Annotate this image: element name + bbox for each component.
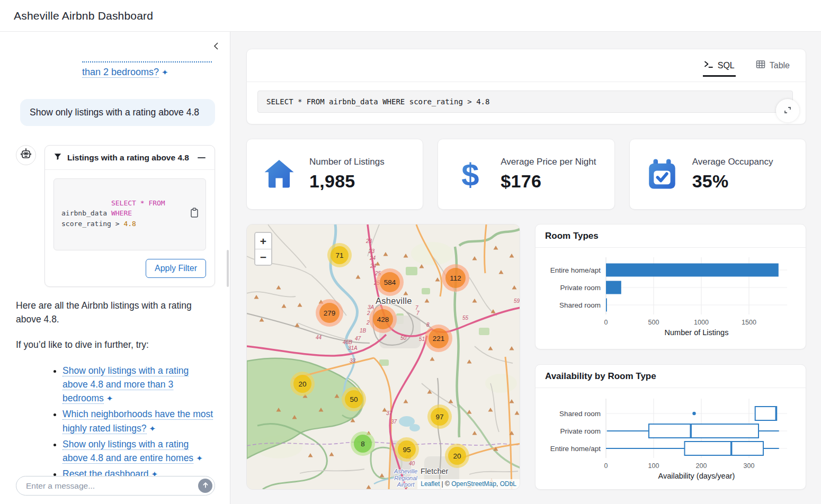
map-cluster-marker[interactable]: 97 — [427, 404, 452, 429]
expand-button[interactable] — [776, 99, 799, 122]
chevron-left-icon — [212, 41, 220, 52]
road-number-label: 40 — [409, 461, 415, 466]
room-types-bar-chart: Entire home/aptPrivate roomShared room05… — [536, 249, 806, 347]
openstreetmap-link[interactable]: OpenStreetMap — [451, 480, 496, 488]
map-cluster-marker[interactable]: 71 — [327, 243, 352, 267]
odbl-link[interactable]: ODbL — [500, 480, 516, 488]
app-header: Asheville Airbnb Dashboard — [0, 0, 821, 32]
road-number-label: 44 — [316, 335, 322, 340]
tab-table[interactable]: Table — [755, 49, 791, 82]
road-number-label: 1B — [360, 328, 367, 334]
road-number-label: 24 — [370, 263, 377, 269]
map-cluster-marker[interactable]: 50 — [342, 387, 366, 411]
message-input[interactable] — [16, 476, 215, 496]
copy-button[interactable] — [188, 183, 201, 197]
cluster-count: 221 — [429, 328, 449, 348]
bar-Shared room — [606, 299, 607, 312]
listings-map[interactable]: 2323242425253A221B4746B31A44335051877595… — [246, 224, 520, 490]
metric-card-price: $ Average Price per Night $176 — [438, 139, 614, 210]
dollar-icon: $ — [453, 157, 488, 192]
page-title: Asheville Airbnb Dashboard — [14, 10, 153, 22]
calendar-check-icon — [645, 157, 680, 192]
road-number-label: 33 — [350, 358, 356, 364]
cluster-count: 428 — [373, 309, 393, 329]
zoom-out-button[interactable]: − — [255, 249, 271, 265]
map-cluster-marker[interactable]: 8 — [351, 431, 375, 456]
map-cluster-marker[interactable]: 279 — [316, 299, 343, 327]
sql-query-display: SELECT * FROM airbnb_data WHERE score_ra… — [257, 91, 793, 113]
metric-value: 1,985 — [309, 171, 385, 192]
road-number-label: 55 — [462, 315, 469, 321]
cluster-count: 8 — [354, 435, 372, 453]
svg-text:300: 300 — [744, 462, 755, 470]
cluster-count: 20 — [448, 447, 466, 465]
suggestion-link[interactable]: Show only listings with a rating above 4… — [63, 365, 189, 404]
sql-panel: SQL Table SELECT * FROM airbnb_data WHER… — [246, 49, 806, 124]
road-number-label: 23 — [368, 248, 375, 254]
svg-text:0: 0 — [604, 319, 608, 326]
svg-text:0: 0 — [604, 462, 608, 470]
cluster-count: 95 — [398, 440, 416, 458]
sparkle-icon: ✦ — [149, 424, 156, 433]
map-cluster-marker[interactable]: 95 — [395, 437, 419, 462]
sidebar-collapse-button[interactable] — [210, 40, 222, 53]
suggestion-item: Which neighborhoods have the most highly… — [63, 407, 215, 435]
metric-card-occupancy: Average Occupancy 35% — [629, 139, 806, 210]
suggestion-item: Show only listings with a rating above 4… — [63, 364, 215, 406]
metric-card-listings: Number of Listings 1,985 — [246, 139, 423, 210]
tab-sql[interactable]: SQL — [703, 49, 736, 82]
map-city-label: Asheville — [376, 296, 412, 306]
sparkle-icon: ✦ — [196, 454, 203, 463]
map-cluster-marker[interactable]: 221 — [425, 325, 452, 352]
cluster-count: 584 — [380, 272, 400, 292]
apply-filter-button[interactable]: Apply Filter — [146, 259, 206, 278]
sql-panel-tabs: SQL Table — [247, 49, 806, 82]
suggestion-list: Show only listings with a rating above 4… — [16, 364, 215, 481]
suggestion-link-truncated[interactable]: than 2 bedrooms? — [82, 67, 159, 78]
filter-sql-code: SELECT * FROM airbnb_data WHERE score_ra… — [53, 178, 206, 250]
box-Shared room — [755, 407, 777, 420]
map-cluster-marker[interactable]: 112 — [442, 264, 469, 292]
metric-value: $176 — [501, 171, 596, 192]
map-cluster-marker[interactable]: 20 — [290, 372, 315, 396]
minus-icon — [198, 157, 206, 158]
suggestion-item: Show only listings with a rating above 4… — [63, 437, 215, 465]
map-town-label: Fletcher — [421, 467, 448, 475]
clipboard-icon — [188, 199, 226, 228]
sql-token: * — [140, 199, 145, 207]
metric-label: Average Occupancy — [692, 157, 773, 167]
zoom-in-button[interactable]: + — [255, 233, 271, 249]
chat-scrollbar[interactable] — [227, 250, 229, 287]
funnel-icon — [53, 152, 62, 163]
sql-token: score_rating > — [61, 220, 123, 228]
road-number-label: 59 — [514, 298, 520, 304]
map-cluster-marker[interactable]: 20 — [445, 444, 469, 468]
filter-card-title: Listings with a rating above 4.8 — [67, 153, 195, 163]
road-number-label: 51 — [419, 336, 425, 342]
suggestion-link[interactable]: Show only listings with a rating above 4… — [63, 439, 193, 464]
leaflet-link[interactable]: Leaflet — [421, 480, 440, 488]
road-number-label: 37 — [391, 419, 397, 425]
svg-text:$: $ — [462, 157, 479, 192]
sparkle-icon: ✦ — [162, 68, 168, 77]
road-number-label: 50 — [400, 335, 407, 341]
suggestion-link[interactable]: Which neighborhoods have the most highly… — [63, 409, 213, 434]
road-number-label: 8 — [426, 322, 430, 328]
filter-collapse-button[interactable] — [195, 152, 207, 164]
svg-text:500: 500 — [648, 319, 659, 326]
map-cluster-marker[interactable]: 584 — [376, 268, 404, 296]
svg-text:Availability (days/year): Availability (days/year) — [658, 472, 735, 480]
svg-text:Private room: Private room — [560, 427, 601, 435]
map-cluster-marker[interactable]: 428 — [369, 305, 397, 333]
bot-message-paragraph: Here are all the Airbnb listings with a … — [16, 299, 206, 327]
sql-token: 4.8 — [123, 220, 136, 228]
svg-text:Shared room: Shared room — [559, 410, 601, 418]
bar-Private room — [606, 281, 621, 294]
dashboard-main: SQL Table SELECT * FROM airbnb_data WHER… — [230, 32, 821, 504]
terminal-icon — [704, 60, 713, 71]
chart-title: Availability by Room Type — [536, 365, 806, 388]
sql-token: FROM — [148, 199, 165, 207]
send-button[interactable] — [198, 479, 212, 493]
road-number-label: 46B — [343, 339, 352, 345]
svg-text:Entire home/apt: Entire home/apt — [550, 266, 601, 274]
